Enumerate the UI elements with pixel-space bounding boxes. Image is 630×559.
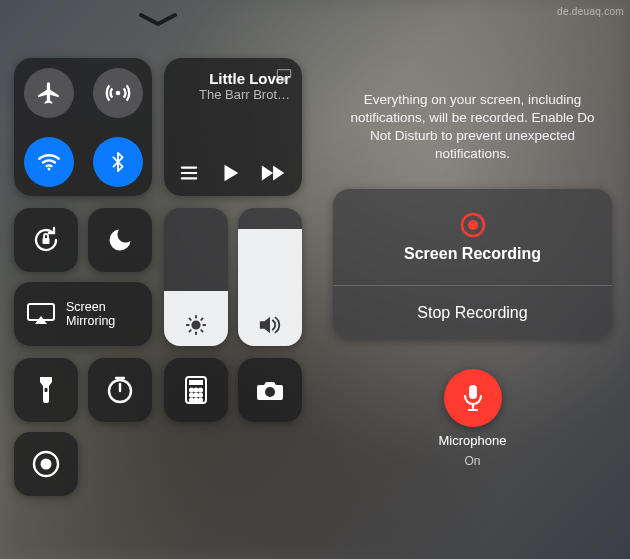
- svg-point-40: [41, 459, 52, 470]
- svg-point-31: [199, 388, 202, 391]
- brightness-slider[interactable]: [164, 208, 228, 346]
- sun-icon: [164, 314, 228, 336]
- play-button[interactable]: [219, 162, 241, 184]
- svg-line-19: [201, 330, 202, 331]
- svg-point-34: [199, 393, 202, 396]
- svg-point-38: [265, 387, 275, 397]
- bluetooth-toggle[interactable]: [83, 127, 152, 196]
- track-artist: The Barr Brot…: [178, 87, 290, 102]
- microphone-icon: [444, 369, 502, 427]
- volume-slider[interactable]: [238, 208, 302, 346]
- record-ring-icon: [459, 211, 487, 239]
- svg-point-35: [190, 398, 193, 401]
- do-not-disturb-tile[interactable]: [88, 208, 152, 272]
- moon-icon: [106, 226, 134, 254]
- airplay-icon[interactable]: [276, 68, 292, 82]
- screen-record-tile[interactable]: [14, 432, 78, 496]
- svg-marker-8: [262, 166, 273, 181]
- svg-rect-43: [469, 385, 477, 399]
- recording-options-card: Screen Recording Stop Recording: [333, 189, 612, 339]
- svg-marker-7: [225, 165, 239, 182]
- orientation-lock-tile[interactable]: [14, 208, 78, 272]
- svg-point-1: [47, 167, 50, 170]
- camera-tile[interactable]: [238, 358, 302, 422]
- svg-line-20: [189, 330, 190, 331]
- svg-rect-2: [277, 70, 290, 78]
- svg-rect-10: [43, 238, 50, 244]
- svg-point-42: [468, 220, 478, 230]
- orientation-lock-icon: [30, 224, 62, 256]
- screen-mirroring-tile[interactable]: Screen Mirroring: [14, 282, 152, 346]
- flashlight-tile[interactable]: [14, 358, 78, 422]
- svg-marker-9: [273, 166, 284, 181]
- svg-point-29: [190, 388, 193, 391]
- start-recording-label: Screen Recording: [404, 245, 541, 263]
- bluetooth-icon: [93, 137, 143, 187]
- flashlight-icon: [37, 375, 55, 405]
- start-recording-button[interactable]: Screen Recording: [333, 189, 612, 285]
- svg-line-21: [201, 318, 202, 319]
- queue-icon[interactable]: [178, 164, 200, 182]
- stop-recording-button[interactable]: Stop Recording: [333, 285, 612, 339]
- screen-recording-sheet: Everything on your screen, including not…: [315, 0, 630, 559]
- speaker-icon: [238, 314, 302, 336]
- cellular-icon: [93, 68, 143, 118]
- svg-rect-28: [189, 380, 203, 385]
- airplane-icon: [24, 68, 74, 118]
- svg-point-36: [194, 398, 197, 401]
- calculator-tile[interactable]: [164, 358, 228, 422]
- control-center-pane: Little Lover The Barr Brot…: [0, 0, 315, 559]
- svg-rect-23: [45, 388, 48, 392]
- screenshot-pair: Little Lover The Barr Brot…: [0, 0, 630, 559]
- timer-icon: [105, 375, 135, 405]
- screen-mirror-icon: [26, 302, 56, 326]
- svg-point-0: [115, 90, 120, 95]
- cellular-data-toggle[interactable]: [83, 58, 152, 127]
- track-title: Little Lover: [178, 70, 290, 87]
- screen-mirroring-label: Screen Mirroring: [66, 300, 136, 329]
- connectivity-tile[interactable]: [14, 58, 152, 196]
- airplane-mode-toggle[interactable]: [14, 58, 83, 127]
- microphone-state: On: [464, 454, 480, 468]
- svg-line-18: [189, 318, 190, 319]
- wifi-icon: [24, 137, 74, 187]
- svg-point-13: [192, 321, 199, 328]
- svg-point-33: [194, 393, 197, 396]
- stop-recording-label: Stop Recording: [417, 304, 527, 322]
- timer-tile[interactable]: [88, 358, 152, 422]
- microphone-toggle[interactable]: Microphone On: [439, 369, 507, 468]
- svg-point-32: [190, 393, 193, 396]
- wifi-toggle[interactable]: [14, 127, 83, 196]
- skip-forward-button[interactable]: [260, 163, 288, 183]
- watermark-text: de.deuaq.com: [557, 6, 624, 17]
- svg-point-37: [199, 398, 202, 401]
- microphone-label: Microphone: [439, 433, 507, 448]
- svg-point-30: [194, 388, 197, 391]
- camera-icon: [255, 378, 285, 402]
- calculator-icon: [184, 375, 208, 405]
- recording-disclaimer: Everything on your screen, including not…: [333, 91, 612, 164]
- svg-marker-22: [260, 317, 270, 334]
- record-icon: [31, 449, 61, 479]
- dismiss-chevron[interactable]: [136, 10, 180, 30]
- now-playing-tile[interactable]: Little Lover The Barr Brot…: [164, 58, 302, 196]
